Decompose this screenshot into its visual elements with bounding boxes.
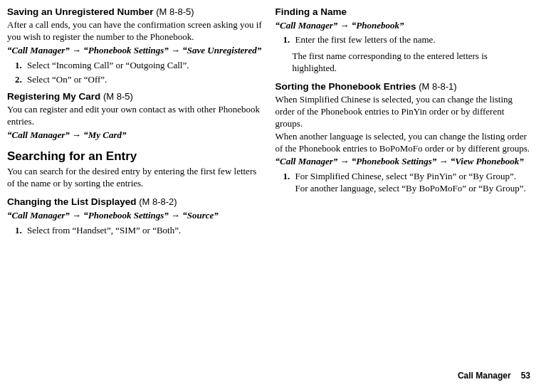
nav-item: “Call Manager”	[7, 210, 70, 221]
heading-text: Registering My Card	[7, 91, 100, 102]
list-item: For Simplified Chinese, select “By PinYi…	[293, 171, 531, 195]
nav-path: “Call Manager” → “Phonebook Settings” → …	[275, 156, 531, 168]
body-text: You can search for the desired entry by …	[7, 166, 263, 190]
step-list: Select from “Handset”, “SIM” or “Both”.	[7, 225, 263, 237]
nav-item: “Call Manager”	[275, 156, 338, 166]
step-list: Enter the first few letters of the name.	[275, 34, 531, 46]
heading-text: Saving an Unregistered Number	[7, 6, 154, 17]
body-text: The first name corresponding to the ente…	[293, 51, 531, 75]
heading-text: Sorting the Phonebook Entries	[275, 81, 416, 92]
body-text: When another language is selected, you c…	[275, 131, 531, 155]
nav-path: “Call Manager” → “Phonebook Settings” → …	[7, 210, 263, 222]
page-content: Saving an Unregistered Number (M 8-8-5) …	[0, 0, 546, 240]
list-item: Select from “Handset”, “SIM” or “Both”.	[24, 225, 263, 237]
nav-item: “Source”	[182, 210, 219, 221]
footer-page-number: 53	[521, 371, 530, 381]
heading-saving-unregistered: Saving an Unregistered Number (M 8-8-5)	[7, 6, 263, 18]
heading-sorting-entries: Sorting the Phonebook Entries (M 8-8-1)	[275, 80, 531, 93]
menu-code: (M 8-8-1)	[416, 81, 457, 92]
heading-searching-entry: Searching for an Entry	[7, 149, 263, 164]
nav-item: “My Card”	[83, 129, 126, 140]
right-column: Finding a Name “Call Manager” → “Phonebo…	[275, 6, 531, 240]
step-list: For Simplified Chinese, select “By PinYi…	[275, 171, 531, 195]
nav-item: “Phonebook”	[352, 20, 404, 31]
nav-path: “Call Manager” → “Phonebook”	[275, 20, 531, 32]
menu-code: (M 8-8-5)	[154, 6, 194, 17]
nav-item: “Call Manager”	[7, 45, 70, 55]
arrow-icon: →	[340, 20, 350, 31]
nav-path: “Call Manager” → “My Card”	[7, 129, 263, 142]
heading-finding-name: Finding a Name	[275, 6, 531, 18]
nav-item: “Save Unregistered”	[182, 45, 261, 55]
nav-item: “Call Manager”	[7, 129, 70, 140]
nav-item: “View Phonebook”	[451, 156, 524, 166]
menu-code: (M 8-5)	[100, 91, 133, 102]
heading-text: Changing the List Displayed	[7, 196, 137, 207]
step-list: Select “Incoming Call” or “Outgoing Call…	[7, 60, 263, 87]
page-footer: Call Manager53	[458, 371, 530, 382]
arrow-icon: →	[340, 156, 350, 166]
list-item: Select “On” or “Off”.	[24, 74, 263, 86]
nav-item: “Phonebook Settings”	[83, 45, 169, 55]
body-text: After a call ends, you can have the conf…	[7, 19, 263, 43]
body-text: You can register and edit your own conta…	[7, 104, 263, 128]
arrow-icon: →	[72, 45, 81, 55]
list-item: Select “Incoming Call” or “Outgoing Call…	[24, 60, 263, 72]
nav-item: “Call Manager”	[275, 20, 338, 31]
list-item: Enter the first few letters of the name.	[293, 34, 531, 46]
arrow-icon: →	[171, 45, 180, 55]
heading-changing-list: Changing the List Displayed (M 8-8-2)	[7, 196, 263, 208]
nav-item: “Phonebook Settings”	[352, 156, 437, 166]
footer-section: Call Manager	[458, 371, 511, 381]
arrow-icon: →	[439, 156, 448, 166]
heading-registering-card: Registering My Card (M 8-5)	[7, 90, 263, 103]
left-column: Saving an Unregistered Number (M 8-8-5) …	[7, 6, 263, 240]
arrow-icon: →	[72, 210, 81, 221]
nav-path: “Call Manager” → “Phonebook Settings” → …	[7, 45, 263, 57]
body-text: When Simplified Chinese is selected, you…	[275, 94, 531, 130]
nav-item: “Phonebook Settings”	[83, 210, 169, 221]
menu-code: (M 8-8-2)	[137, 196, 177, 207]
arrow-icon: →	[171, 210, 180, 221]
arrow-icon: →	[72, 129, 81, 140]
